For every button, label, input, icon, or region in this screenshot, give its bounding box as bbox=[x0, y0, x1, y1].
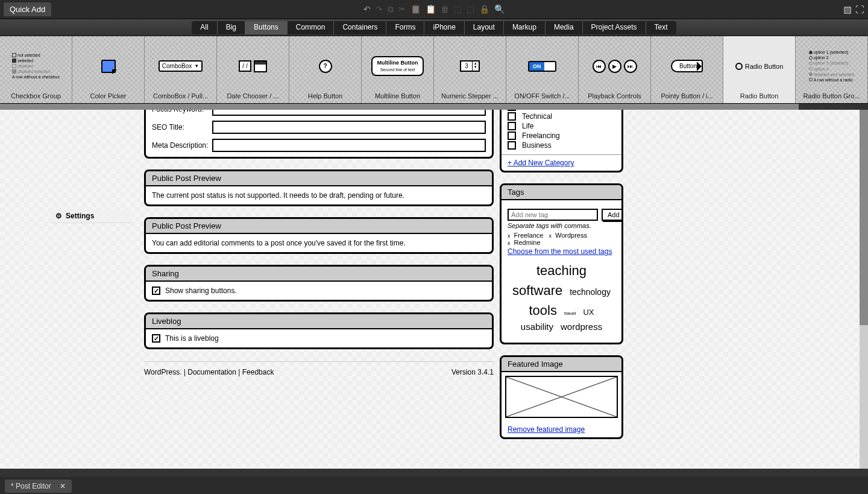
add-category-link[interactable]: + Add New Category bbox=[502, 155, 580, 171]
fullscreen-icon[interactable]: ⛶ bbox=[855, 4, 864, 15]
undo-icon[interactable]: ↶ bbox=[363, 4, 371, 14]
liveblog-panel: Liveblog This is a liveblog bbox=[144, 312, 494, 349]
tag-cloud-item[interactable]: software bbox=[512, 280, 562, 300]
sharing-checkbox[interactable] bbox=[152, 287, 160, 295]
category-tab[interactable]: Text bbox=[646, 21, 676, 34]
tag-cloud-item[interactable]: usability bbox=[521, 320, 553, 334]
tag-remove-icon[interactable]: x bbox=[508, 233, 511, 239]
category-tab[interactable]: Forms bbox=[386, 21, 424, 34]
gallery-item-label: Multiline Button bbox=[373, 92, 423, 100]
focus-keyword-input[interactable] bbox=[212, 110, 486, 116]
redo-icon[interactable]: ↷ bbox=[376, 4, 383, 14]
gallery-item[interactable]: ONON/OFF Switch /... bbox=[506, 36, 579, 103]
gallery-item[interactable]: ComboBox▼ComboBox / Pull... bbox=[145, 36, 217, 103]
file-tab-bar: * Post Editor ✕ bbox=[0, 477, 868, 494]
tag-cloud-item[interactable]: technology bbox=[570, 286, 611, 299]
meta-desc-input[interactable] bbox=[212, 139, 486, 152]
category-checkbox[interactable] bbox=[508, 131, 516, 140]
category-item[interactable]: Freelancing bbox=[508, 131, 615, 140]
category-tab[interactable]: Markup bbox=[504, 21, 546, 34]
quick-add-button[interactable]: Quick Add bbox=[4, 2, 51, 16]
paste-icon[interactable]: 📋 bbox=[410, 4, 421, 14]
sharing-label: Show sharing buttons. bbox=[165, 287, 237, 295]
category-label: Business bbox=[522, 141, 552, 150]
tag-cloud-item[interactable]: teaching bbox=[536, 261, 587, 280]
featured-image-placeholder[interactable] bbox=[505, 376, 618, 418]
panel-body: You can add editorial comments to a post… bbox=[146, 234, 492, 252]
canvas-horizontal-scrollbar[interactable] bbox=[0, 469, 868, 477]
category-item[interactable]: Technical bbox=[508, 112, 615, 121]
gallery-item[interactable]: not selectedselecteddisableddisabled sel… bbox=[0, 36, 72, 103]
category-checkbox[interactable] bbox=[508, 110, 516, 111]
canvas-vertical-scrollbar[interactable] bbox=[860, 110, 868, 469]
category-tab[interactable]: Project Assets bbox=[583, 21, 646, 34]
category-item[interactable]: Team bbox=[508, 110, 615, 111]
sidebar-item-settings[interactable]: ⚙ Settings bbox=[51, 209, 132, 223]
choose-tags-link[interactable]: Choose from the most used tags bbox=[508, 246, 612, 257]
cut-icon[interactable]: ✂ bbox=[398, 4, 406, 14]
file-tab[interactable]: * Post Editor ✕ bbox=[5, 480, 72, 493]
category-checkbox[interactable] bbox=[508, 122, 516, 130]
tag-item[interactable]: xFreelance bbox=[508, 232, 543, 239]
category-tab[interactable]: Buttons bbox=[245, 21, 288, 34]
meta-desc-label: Meta Description: bbox=[152, 141, 212, 150]
category-bar: AllBigButtonsCommonContainersFormsiPhone… bbox=[0, 19, 868, 36]
remove-featured-link[interactable]: Remove featured image bbox=[502, 422, 591, 437]
tag-remove-icon[interactable]: x bbox=[508, 240, 511, 246]
category-tab[interactable]: Common bbox=[288, 21, 335, 34]
gallery-item-label: Checkbox Group bbox=[8, 92, 63, 100]
gallery-item[interactable]: Multiline ButtonSecond line of textMulti… bbox=[362, 36, 434, 103]
gallery-item[interactable]: ButtonPointy Button / i... bbox=[651, 36, 723, 103]
category-checkbox[interactable] bbox=[508, 141, 516, 150]
gallery-item[interactable]: ?Help Button bbox=[289, 36, 362, 103]
category-tabs: AllBigButtonsCommonContainersFormsiPhone… bbox=[192, 21, 676, 34]
category-tab[interactable]: Layout bbox=[465, 21, 504, 34]
tag-cloud-item[interactable]: travel bbox=[564, 310, 576, 317]
panel-header: Featured Image bbox=[502, 357, 621, 372]
tag-cloud-item[interactable]: wordpress bbox=[561, 320, 602, 334]
footer-links[interactable]: WordPress. | Documentation | Feedback bbox=[144, 368, 274, 376]
category-tab[interactable]: Media bbox=[546, 21, 583, 34]
seo-title-input[interactable] bbox=[212, 121, 486, 134]
category-tab[interactable]: All bbox=[192, 21, 217, 34]
tag-cloud-item[interactable]: tools bbox=[529, 300, 556, 320]
tag-cloud-item[interactable]: UX bbox=[583, 306, 594, 318]
category-tab[interactable]: iPhone bbox=[424, 21, 464, 34]
category-item[interactable]: Life bbox=[508, 122, 615, 130]
liveblog-checkbox[interactable] bbox=[152, 334, 160, 343]
gallery-item[interactable]: ⏮▶⏭Playback Controls bbox=[579, 36, 651, 103]
gallery-item[interactable]: 3▲▼Numeric Stepper ... bbox=[434, 36, 506, 103]
search-icon[interactable]: 🔍 bbox=[494, 4, 505, 14]
tag-remove-icon[interactable]: x bbox=[549, 233, 552, 239]
sidebar-label: Settings bbox=[66, 212, 94, 220]
tag-hint: Separate tags with commas. bbox=[508, 222, 615, 229]
group-icon[interactable]: ⬚ bbox=[454, 4, 462, 14]
gallery-scrollbar[interactable] bbox=[0, 104, 868, 110]
canvas[interactable]: ⚙ Settings Focus Keyword: SEO Title: Met… bbox=[0, 110, 868, 469]
toolbar-right-icons: ▧ ⛶ bbox=[843, 4, 864, 15]
gallery-item-label: Radio Button bbox=[738, 92, 781, 100]
lock-icon[interactable]: 🔒 bbox=[479, 4, 489, 14]
close-icon[interactable]: ✕ bbox=[60, 482, 66, 490]
category-tab[interactable]: Containers bbox=[334, 21, 386, 34]
markup-toggle-icon[interactable]: ▧ bbox=[843, 4, 852, 15]
delete-icon[interactable]: 🗑 bbox=[441, 4, 449, 14]
gallery-item[interactable]: Radio ButtonRadio Button bbox=[723, 36, 796, 103]
copy-icon[interactable]: ⧉ bbox=[388, 4, 394, 14]
gallery-item-label: Numeric Stepper ... bbox=[439, 92, 501, 100]
gallery-item[interactable]: / /Date Chooser / ... bbox=[217, 36, 289, 103]
clipboard-icon[interactable]: 📋 bbox=[426, 4, 436, 14]
category-item[interactable]: Business bbox=[508, 141, 615, 150]
liveblog-label: This is a liveblog bbox=[165, 334, 219, 343]
seo-title-label: SEO Title: bbox=[152, 123, 212, 131]
tag-item[interactable]: xRedmine bbox=[508, 239, 541, 246]
category-tab[interactable]: Big bbox=[218, 21, 245, 34]
category-checkbox[interactable] bbox=[508, 112, 516, 121]
ungroup-icon[interactable]: ⬚ bbox=[467, 4, 474, 14]
gear-icon: ⚙ bbox=[55, 212, 62, 220]
gallery-item[interactable]: option 1 (selected)option 2option 3 (dis… bbox=[796, 36, 868, 103]
gallery-item[interactable]: Color Picker bbox=[72, 36, 145, 103]
tag-add-button[interactable]: Add bbox=[602, 209, 623, 221]
tag-item[interactable]: xWordpress bbox=[549, 232, 587, 239]
tag-input[interactable] bbox=[508, 209, 598, 221]
